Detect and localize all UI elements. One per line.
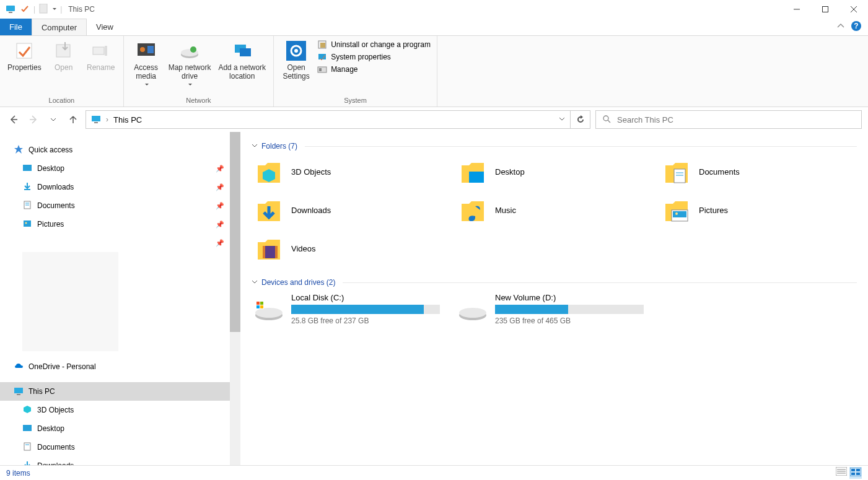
svg-rect-59	[256, 302, 260, 305]
group-header-folders[interactable]: Folders (7)	[252, 142, 857, 151]
help-icon[interactable]: ?	[851, 20, 862, 33]
item-count: 9 items	[6, 469, 30, 478]
svg-point-52	[675, 212, 678, 215]
properties-button[interactable]: Properties	[4, 38, 45, 74]
folder-downloads[interactable]: Downloads	[252, 193, 449, 227]
svg-rect-47	[674, 169, 685, 183]
documents-icon	[22, 442, 32, 453]
nav-downloads[interactable]: Downloads📌	[0, 178, 240, 196]
close-button[interactable]	[840, 0, 868, 19]
map-drive-button[interactable]: Map network drive	[165, 38, 215, 92]
pin-icon: 📌	[216, 165, 224, 173]
minimize-button[interactable]	[783, 0, 811, 19]
nav-documents[interactable]: Documents📌	[0, 196, 240, 215]
desktop-icon	[22, 163, 32, 175]
refresh-button[interactable]	[571, 110, 590, 129]
svg-rect-39	[24, 220, 31, 227]
tab-view[interactable]: View	[87, 19, 123, 35]
maximize-button[interactable]	[811, 0, 840, 19]
nav-scrollbar[interactable]	[230, 132, 240, 465]
folders-tiles: 3D Objects Desktop Documents Downloads M…	[252, 154, 857, 266]
svg-rect-55	[275, 246, 278, 258]
svg-rect-35	[23, 165, 32, 171]
qat-divider: |	[33, 5, 35, 14]
folder-desktop[interactable]: Desktop	[455, 154, 653, 189]
nav-onedrive[interactable]: OneDrive - Personal	[0, 357, 240, 376]
star-icon	[14, 144, 24, 156]
pin-icon: 📌	[216, 202, 224, 210]
svg-point-64	[459, 308, 486, 318]
folder-music[interactable]: Music	[455, 193, 653, 227]
status-bar: 9 items	[0, 465, 868, 480]
manage-button[interactable]: Manage	[317, 64, 431, 74]
nav-pictures[interactable]: Pictures📌	[0, 215, 240, 233]
svg-text:?: ?	[854, 22, 858, 30]
tab-file[interactable]: File	[0, 19, 32, 35]
tab-computer[interactable]: Computer	[32, 19, 87, 35]
nav-this-pc[interactable]: This PC	[0, 382, 240, 401]
qat-customize-dropdown[interactable]	[51, 5, 56, 14]
svg-rect-62	[260, 305, 263, 308]
access-media-button[interactable]: Access media	[128, 38, 165, 92]
address-segment[interactable]: This PC	[113, 115, 142, 124]
tiles-view-button[interactable]	[849, 467, 862, 479]
folder-3d-objects[interactable]: 3D Objects	[252, 154, 449, 189]
pictures-icon	[22, 219, 32, 230]
svg-rect-72	[851, 473, 855, 475]
address-bar[interactable]: › This PC	[85, 110, 571, 129]
search-input[interactable]	[617, 115, 855, 124]
nav-3d-objects[interactable]: 3D Objects	[0, 401, 240, 419]
pc-icon	[91, 114, 101, 126]
svg-rect-26	[318, 54, 326, 59]
svg-rect-60	[260, 302, 263, 305]
svg-rect-44	[24, 443, 30, 450]
folder-videos[interactable]: Videos	[252, 231, 449, 266]
nav-quick-access[interactable]: Quick access	[0, 141, 240, 159]
chevron-down-icon	[252, 142, 258, 151]
uninstall-button[interactable]: Uninstall or change a program	[317, 40, 431, 50]
up-button[interactable]	[66, 112, 81, 127]
svg-rect-46	[469, 172, 484, 183]
folder-pictures[interactable]: Pictures	[659, 193, 857, 227]
details-view-button[interactable]	[836, 467, 847, 479]
nav-pc-downloads[interactable]: Downloads	[0, 456, 240, 465]
open-settings-button[interactable]: Open Settings	[278, 38, 315, 83]
svg-rect-2	[40, 4, 47, 13]
svg-rect-15	[147, 46, 154, 53]
nav-pc-documents[interactable]: Documents	[0, 438, 240, 456]
add-network-location-button[interactable]: Add a network location	[214, 38, 270, 83]
pc-icon	[14, 386, 24, 398]
svg-rect-41	[14, 388, 23, 393]
svg-rect-28	[319, 68, 322, 71]
group-header-drives[interactable]: Devices and drives (2)	[252, 278, 857, 287]
address-dropdown-icon[interactable]	[559, 115, 565, 124]
address-bar-row: › This PC	[0, 107, 868, 132]
ribbon: Properties Open Rename Location Access m…	[0, 36, 868, 107]
ribbon-collapse-icon[interactable]	[837, 22, 844, 32]
svg-rect-9	[17, 43, 32, 58]
chevron-right-icon[interactable]: ›	[106, 115, 108, 124]
pc-icon	[5, 3, 16, 16]
pin-icon: 📌	[216, 220, 224, 229]
folder-documents[interactable]: Documents	[659, 154, 857, 189]
drive-c[interactable]: Local Disk (C:) 25.8 GB free of 237 GB	[252, 290, 449, 328]
nav-desktop[interactable]: Desktop📌	[0, 159, 240, 178]
system-properties-button[interactable]: System properties	[317, 52, 431, 62]
drive-d[interactable]: New Volume (D:) 235 GB free of 465 GB	[455, 290, 653, 328]
search-box[interactable]	[595, 110, 862, 129]
nav-pc-desktop[interactable]: Desktop	[0, 419, 240, 438]
ribbon-tabs: File Computer View ?	[0, 19, 868, 36]
svg-point-33	[603, 116, 608, 121]
rename-button: Rename	[82, 38, 120, 74]
content-body: Quick access Desktop📌 Downloads📌 Documen…	[0, 132, 868, 465]
svg-rect-1	[9, 12, 12, 13]
documents-icon	[22, 200, 32, 212]
svg-line-34	[608, 120, 610, 123]
back-button[interactable]	[6, 112, 21, 127]
qat-generic-icon[interactable]	[39, 4, 48, 15]
svg-point-40	[25, 222, 27, 224]
nav-blank-pinned[interactable]: 📌	[0, 233, 240, 252]
recent-dropdown[interactable]	[46, 112, 61, 127]
qat-properties-icon[interactable]	[20, 4, 30, 15]
svg-rect-51	[673, 211, 686, 217]
